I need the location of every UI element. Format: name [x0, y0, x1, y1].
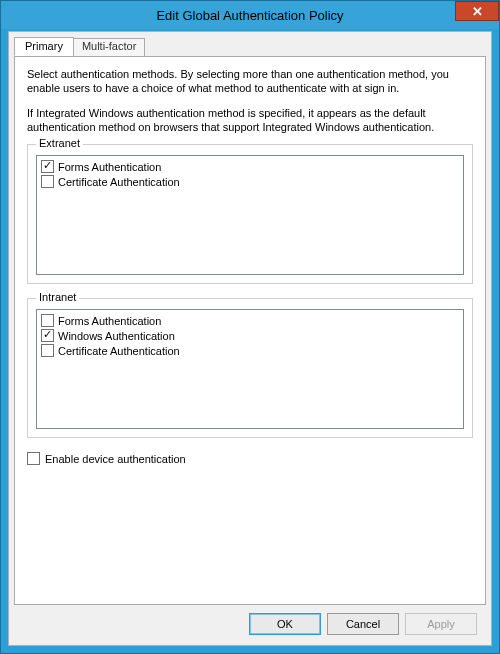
intranet-group: Intranet Forms Authentication Windows Au… [27, 298, 473, 438]
intranet-item-forms[interactable]: Forms Authentication [41, 313, 459, 328]
intranet-item-label: Windows Authentication [58, 330, 175, 342]
intranet-item-label: Forms Authentication [58, 315, 161, 327]
intranet-item-windows[interactable]: Windows Authentication [41, 328, 459, 343]
extranet-listbox[interactable]: Forms Authentication Certificate Authent… [36, 155, 464, 275]
extranet-group: Extranet Forms Authentication Certificat… [27, 144, 473, 284]
tab-multifactor[interactable]: Multi-factor [73, 38, 145, 57]
checkbox-icon [27, 452, 40, 465]
apply-button: Apply [405, 613, 477, 635]
primary-panel: Select authentication methods. By select… [14, 56, 486, 605]
close-button[interactable]: ✕ [455, 1, 499, 21]
intro-text-1: Select authentication methods. By select… [27, 67, 473, 96]
cancel-button-label: Cancel [346, 618, 380, 630]
titlebar: Edit Global Authentication Policy ✕ [1, 1, 499, 29]
checkbox-icon [41, 314, 54, 327]
ok-button-label: OK [277, 618, 293, 630]
checkbox-icon [41, 175, 54, 188]
tabs-strip: Primary Multi-factor [9, 36, 491, 55]
tab-multifactor-label: Multi-factor [82, 40, 136, 52]
enable-device-auth-label: Enable device authentication [45, 453, 186, 465]
tab-primary-label: Primary [25, 40, 63, 52]
extranet-item-label: Certificate Authentication [58, 176, 180, 188]
apply-button-label: Apply [427, 618, 455, 630]
cancel-button[interactable]: Cancel [327, 613, 399, 635]
checkbox-icon [41, 160, 54, 173]
intranet-item-certificate[interactable]: Certificate Authentication [41, 343, 459, 358]
dialog-button-row: OK Cancel Apply [249, 613, 477, 635]
extranet-item-certificate[interactable]: Certificate Authentication [41, 174, 459, 189]
extranet-legend: Extranet [36, 137, 83, 149]
intranet-listbox[interactable]: Forms Authentication Windows Authenticat… [36, 309, 464, 429]
intranet-legend: Intranet [36, 291, 79, 303]
checkbox-icon [41, 344, 54, 357]
extranet-item-label: Forms Authentication [58, 161, 161, 173]
window-title: Edit Global Authentication Policy [156, 8, 343, 23]
close-icon: ✕ [472, 4, 483, 19]
ok-button[interactable]: OK [249, 613, 321, 635]
client-area: Primary Multi-factor Select authenticati… [8, 31, 492, 646]
enable-device-auth-checkbox[interactable]: Enable device authentication [27, 452, 473, 465]
tab-primary[interactable]: Primary [14, 37, 74, 56]
extranet-item-forms[interactable]: Forms Authentication [41, 159, 459, 174]
checkbox-icon [41, 329, 54, 342]
intro-text-2: If Integrated Windows authentication met… [27, 106, 473, 135]
dialog-window: Edit Global Authentication Policy ✕ Prim… [0, 0, 500, 654]
intranet-item-label: Certificate Authentication [58, 345, 180, 357]
